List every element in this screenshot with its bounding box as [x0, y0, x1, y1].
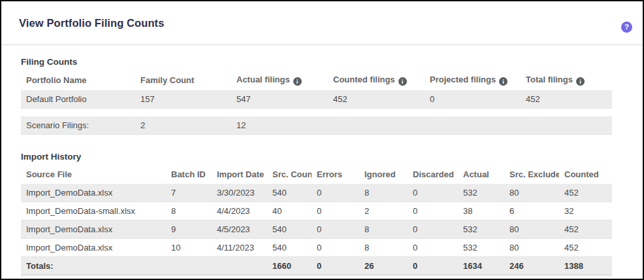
cell-discarded: 0 [408, 202, 458, 220]
cell-ignored: 8 [359, 220, 408, 239]
cell-src-excludes: 80 [504, 220, 559, 239]
cell-family-count: 2 [135, 116, 231, 135]
cell-src-excludes: 80 [504, 239, 559, 257]
cell-ignored: 26 [359, 257, 408, 275]
table-row: Import_DemoData-small.xlsx 8 4/4/2023 40… [21, 202, 612, 220]
cell-discarded: 0 [408, 239, 458, 257]
cell-ignored: 8 [359, 184, 408, 202]
cell-actual-filings: 547 [231, 90, 328, 109]
column-header-import-date: Import Date [212, 166, 267, 184]
cell-src-excludes: 246 [504, 257, 559, 275]
cell-portfolio-name: Scenario Filings: [21, 116, 135, 135]
cell-src-count: 540 [267, 239, 312, 257]
cell-batch-id: 9 [166, 220, 212, 239]
totals-row: Totals: 1660 0 26 0 1634 246 1388 [21, 257, 612, 275]
page-title: View Portfolio Filing Counts [19, 17, 165, 29]
column-header-ignored: Ignored [359, 166, 408, 184]
cell-import-date: 4/11/2023 [212, 239, 267, 257]
cell-src-excludes: 80 [504, 184, 559, 202]
cell-discarded: 0 [408, 257, 458, 275]
column-header-source-file: Source File [21, 166, 166, 184]
column-header-family-count: Family Count [135, 71, 231, 90]
cell-family-count: 157 [135, 90, 231, 109]
page-header: View Portfolio Filing Counts ? [1, 1, 643, 45]
cell-import-date: 4/4/2023 [212, 202, 267, 220]
page-content: Filing Counts Portfolio Name Family Coun… [1, 45, 643, 275]
cell-counted: 452 [559, 239, 612, 257]
cell-errors: 0 [312, 220, 359, 239]
cell-counted: 32 [559, 202, 612, 220]
column-header-total-filings: Total filingsi [521, 71, 612, 90]
column-header-errors: Errors [312, 166, 359, 184]
filing-counts-table: Portfolio Name Family Count Actual filin… [21, 71, 612, 135]
table-row: Import_DemoData.xlsx 9 4/5/2023 540 0 8 … [21, 220, 612, 239]
cell-ignored: 8 [359, 239, 408, 257]
column-header-counted-filings: Counted filingsi [328, 71, 425, 90]
cell-src-count: 40 [267, 202, 312, 220]
cell-src-count: 1660 [267, 257, 312, 275]
cell-counted-filings: 452 [328, 90, 425, 109]
cell-source-file: Import_DemoData.xlsx [21, 220, 166, 239]
cell-actual: 532 [458, 220, 504, 239]
cell-errors: 0 [312, 239, 359, 257]
info-icon[interactable]: i [576, 77, 585, 86]
cell-source-file: Import_DemoData.xlsx [21, 184, 166, 202]
cell-import-date: 3/30/2023 [212, 184, 267, 202]
column-header-discarded: Discarded [408, 166, 458, 184]
cell-counted: 452 [559, 220, 612, 239]
cell-src-count: 540 [267, 220, 312, 239]
column-header-counted: Counted [559, 166, 612, 184]
column-header-actual-filings: Actual filingsi [231, 71, 328, 90]
cell-portfolio-name: Default Portfolio [21, 90, 135, 109]
cell-ignored: 2 [359, 202, 408, 220]
table-row: Import_DemoData.xlsx 10 4/11/2023 540 0 … [21, 239, 612, 257]
cell-counted: 1388 [559, 257, 612, 275]
cell-import-date [212, 257, 267, 275]
cell-batch-id: 8 [166, 202, 212, 220]
cell-total-filings [521, 116, 612, 135]
info-icon[interactable]: i [398, 77, 407, 86]
cell-actual: 38 [458, 202, 504, 220]
cell-src-count: 540 [267, 184, 312, 202]
cell-discarded: 0 [408, 220, 458, 239]
cell-total-filings: 452 [521, 90, 612, 109]
cell-batch-id: 7 [166, 184, 212, 202]
import-history-header-row: Source File Batch ID Import Date Src. Co… [21, 166, 612, 184]
cell-source-file: Import_DemoData-small.xlsx [21, 202, 166, 220]
column-header-actual: Actual [458, 166, 504, 184]
cell-errors: 0 [312, 257, 359, 275]
cell-src-excludes: 6 [504, 202, 559, 220]
column-header-portfolio-name: Portfolio Name [21, 71, 135, 90]
cell-counted-filings [328, 116, 425, 135]
table-row: Import_DemoData.xlsx 7 3/30/2023 540 0 8… [21, 184, 612, 202]
help-icon[interactable]: ? [621, 22, 632, 33]
cell-actual: 1634 [458, 257, 504, 275]
cell-errors: 0 [312, 202, 359, 220]
cell-batch-id [166, 257, 212, 275]
column-header-projected-filings: Projected filingsi [425, 71, 521, 90]
cell-actual-filings: 12 [231, 116, 328, 135]
spacer-row [21, 109, 612, 117]
import-history-section-title: Import History [21, 152, 609, 162]
cell-actual: 532 [458, 184, 504, 202]
cell-discarded: 0 [408, 184, 458, 202]
view-portfolio-filing-counts-page: View Portfolio Filing Counts ? Filing Co… [0, 0, 644, 280]
totals-label: Totals: [21, 257, 166, 275]
cell-batch-id: 10 [166, 239, 212, 257]
cell-counted: 452 [559, 184, 612, 202]
info-icon[interactable]: i [293, 77, 302, 86]
cell-projected-filings [425, 116, 521, 135]
column-header-src-excludes: Src. Excludes [504, 166, 559, 184]
cell-source-file: Import_DemoData.xlsx [21, 239, 166, 257]
cell-actual: 532 [458, 239, 504, 257]
column-header-batch-id: Batch ID [166, 166, 212, 184]
cell-errors: 0 [312, 184, 359, 202]
table-row-default-portfolio: Default Portfolio 157 547 452 0 452 [21, 90, 612, 109]
column-header-src-count: Src. Count [267, 166, 312, 184]
cell-projected-filings: 0 [425, 90, 521, 109]
cell-import-date: 4/5/2023 [212, 220, 267, 239]
import-history-table: Source File Batch ID Import Date Src. Co… [21, 166, 612, 275]
info-icon[interactable]: i [499, 77, 507, 86]
table-row-scenario-filings: Scenario Filings: 2 12 [21, 116, 612, 135]
filing-counts-header-row: Portfolio Name Family Count Actual filin… [21, 71, 612, 90]
